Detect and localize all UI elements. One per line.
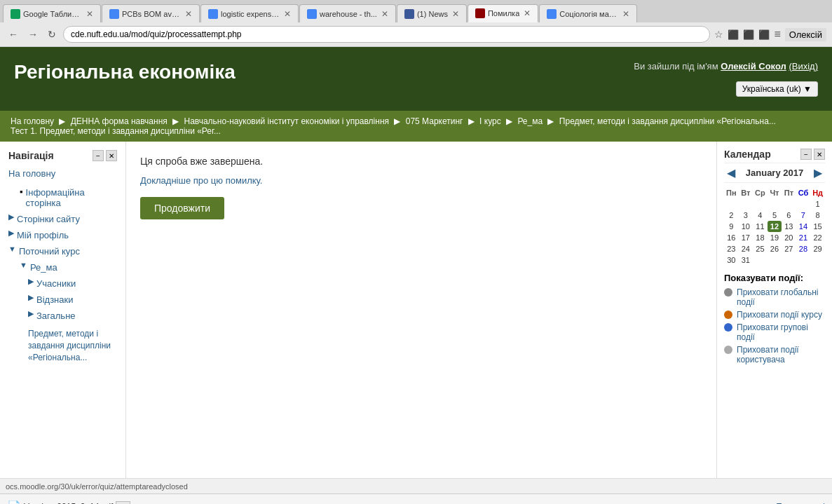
sidebar-participants-link[interactable]: Учасники <box>36 277 76 290</box>
sidebar-item-participants[interactable]: ▶ Учасники <box>8 275 117 292</box>
calendar-day[interactable]: 15 <box>810 221 825 232</box>
calendar-day[interactable]: 30 <box>724 254 739 266</box>
event-course-link[interactable]: Приховати події курсу <box>737 310 822 320</box>
sidebar-minimize-btn[interactable]: − <box>93 150 104 161</box>
sidebar-pages-link[interactable]: Сторінки сайту <box>17 212 80 226</box>
bookmark-icon[interactable]: ☆ <box>714 29 723 40</box>
breadcrumb-test[interactable]: Тест 1. Предмет, методи і завдання дисци… <box>11 126 221 136</box>
sidebar-profile-link[interactable]: Мій профіль <box>17 229 69 242</box>
language-selector[interactable]: Українська (uk) ▼ <box>736 81 818 97</box>
sidebar-course-link[interactable]: Поточний курс <box>19 245 80 258</box>
calendar-day[interactable]: 8 <box>810 210 825 221</box>
calendar-prev-btn[interactable]: ◀ <box>724 166 738 179</box>
calendar-day[interactable]: 5 <box>768 210 782 221</box>
calendar-day[interactable]: 31 <box>739 254 753 266</box>
calendar-day[interactable]: 13 <box>782 221 796 232</box>
tab-close-icon[interactable]: ✕ <box>524 8 531 18</box>
breadcrumb-home[interactable]: На головну <box>11 116 54 126</box>
tab-warehouse[interactable]: warehouse - th... ✕ <box>299 4 396 22</box>
calendar-day[interactable]: 1 <box>810 198 825 210</box>
calendar-day[interactable]: 11 <box>753 221 768 232</box>
calendar-day[interactable]: 29 <box>810 243 825 254</box>
event-global-link[interactable]: Приховати глобальні події <box>737 287 825 307</box>
calendar-day[interactable]: 20 <box>782 232 796 243</box>
sidebar-item-current-course[interactable]: ▼ Поточний курс <box>8 243 117 259</box>
calendar-day[interactable]: 28 <box>796 243 811 254</box>
calendar-day[interactable]: 21 <box>796 232 811 243</box>
calendar-day[interactable]: 24 <box>739 243 753 254</box>
triangle-icon[interactable]: ▶ <box>8 212 14 222</box>
calendar-day[interactable]: 12 <box>768 221 782 232</box>
calendar-day[interactable]: 22 <box>810 232 825 243</box>
triangle-icon[interactable]: ▶ <box>8 229 14 238</box>
sidebar-home-link[interactable]: На головну <box>8 167 117 180</box>
tab-sociology[interactable]: Соціологія мар... ✕ <box>539 4 637 22</box>
calendar-day[interactable]: 19 <box>768 232 782 243</box>
forward-button[interactable]: → <box>25 27 41 41</box>
details-link[interactable]: Докладніше про цю помилку. <box>140 175 702 186</box>
calendar-minimize-btn[interactable]: − <box>800 149 812 160</box>
continue-button[interactable]: Продовжити <box>140 197 224 219</box>
triangle-icon[interactable]: ▶ <box>28 309 34 318</box>
calendar-day[interactable]: 27 <box>782 243 796 254</box>
calendar-close-btn[interactable]: ✕ <box>814 149 825 160</box>
calendar-day[interactable]: 23 <box>724 243 739 254</box>
tab-close-icon[interactable]: ✕ <box>284 9 291 19</box>
sidebar-item-profile[interactable]: ▶ Мій профіль <box>8 227 117 243</box>
download-arrow-btn[interactable]: ▼ <box>116 501 130 505</box>
sidebar-item-rema[interactable]: ▼ Ре_ма <box>8 259 117 275</box>
tab-close-icon[interactable]: ✕ <box>185 9 192 19</box>
breadcrumb-form[interactable]: ДЕННА форма навчання <box>71 116 168 126</box>
sidebar-close-btn[interactable]: ✕ <box>106 150 117 161</box>
reload-button[interactable]: ↻ <box>45 27 59 41</box>
tab-close-icon[interactable]: ✕ <box>381 9 388 19</box>
calendar-day[interactable]: 17 <box>739 232 753 243</box>
logout-link[interactable]: (Вихід) <box>789 61 818 71</box>
calendar-next-btn[interactable]: ▶ <box>811 166 825 179</box>
breadcrumb-rema[interactable]: Ре_ма <box>517 116 543 126</box>
show-all-downloads-btn[interactable]: ↑ Показати всі <box>770 502 825 505</box>
breadcrumb-subject[interactable]: Предмет, методи і завдання дисципліни «Р… <box>559 116 776 126</box>
tab-google-sheets[interactable]: Google Таблиці... ✕ <box>3 4 101 22</box>
triangle-icon[interactable]: ▶ <box>28 277 34 286</box>
sidebar-subject-link[interactable]: Предмет, методи і завдання дисципліни «Р… <box>28 327 117 365</box>
down-triangle-icon[interactable]: ▼ <box>8 245 16 253</box>
calendar-day[interactable]: 3 <box>739 210 753 221</box>
triangle-icon[interactable]: ▶ <box>28 293 34 302</box>
calendar-day[interactable]: 14 <box>796 221 811 232</box>
breadcrumb-course[interactable]: І курс <box>479 116 501 126</box>
event-user-link[interactable]: Приховати події користувача <box>737 345 825 365</box>
event-group-link[interactable]: Приховати групові події <box>737 322 825 342</box>
sidebar-item-info[interactable]: ▪ Інформаційна сторінка <box>8 184 117 211</box>
calendar-day[interactable]: 18 <box>753 232 768 243</box>
breadcrumb-marketing[interactable]: 075 Маркетинг <box>406 116 463 126</box>
calendar-day[interactable]: 10 <box>739 221 753 232</box>
tab-logistic[interactable]: logistic expense... ✕ <box>200 4 299 22</box>
tab-news[interactable]: (1) News ✕ <box>397 4 467 22</box>
tab-close-icon[interactable]: ✕ <box>86 9 93 19</box>
sidebar-general-link[interactable]: Загальне <box>36 309 76 322</box>
calendar-day[interactable]: 7 <box>796 210 811 221</box>
down-triangle-icon[interactable]: ▼ <box>20 261 27 269</box>
breadcrumb-institute[interactable]: Навчально-науковий інститут економіки і … <box>184 116 389 126</box>
calendar-day[interactable]: 2 <box>724 210 739 221</box>
calendar-day[interactable]: 16 <box>724 232 739 243</box>
menu-icon[interactable]: ≡ <box>774 28 780 41</box>
calendar-day[interactable]: 6 <box>782 210 796 221</box>
calendar-day[interactable]: 25 <box>753 243 768 254</box>
sidebar-badges-link[interactable]: Відзнаки <box>36 293 73 306</box>
sidebar-item-badges[interactable]: ▶ Відзнаки <box>8 292 117 308</box>
back-button[interactable]: ← <box>6 27 21 41</box>
calendar-day[interactable]: 26 <box>768 243 782 254</box>
sidebar-item-pages[interactable]: ▶ Сторінки сайту <box>8 211 117 227</box>
sidebar-rema-link[interactable]: Ре_ма <box>30 261 57 274</box>
calendar-day[interactable]: 9 <box>724 221 739 232</box>
sidebar-item-general[interactable]: ▶ Загальне <box>8 308 117 324</box>
tab-close-icon[interactable]: ✕ <box>622 9 629 19</box>
calendar-day[interactable]: 4 <box>753 210 768 221</box>
user-name-link[interactable]: Олексій Сокол <box>721 61 786 71</box>
url-input[interactable] <box>63 26 710 43</box>
sidebar-info-link[interactable]: Інформаційна сторінка <box>26 186 117 210</box>
tab-close-icon[interactable]: ✕ <box>452 9 459 19</box>
tab-pcbs[interactable]: PCBs BOM avai... ✕ <box>102 4 200 22</box>
